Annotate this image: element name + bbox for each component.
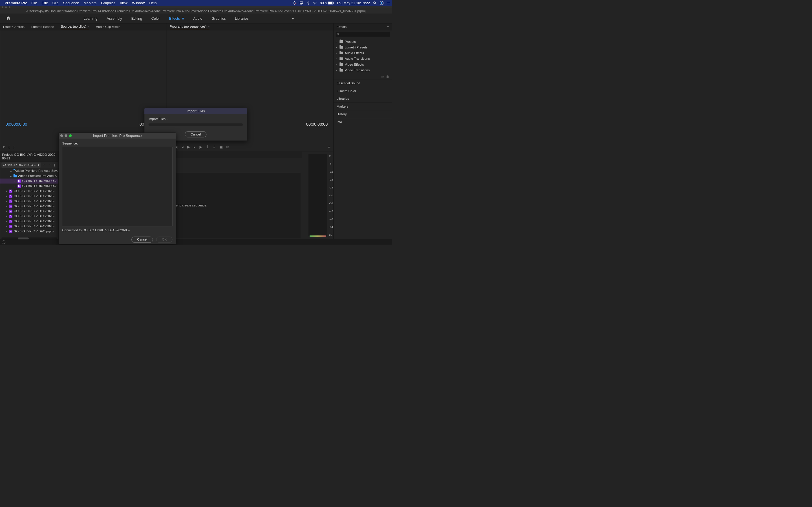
project-item[interactable]: ›PrGO BIG LYRIC VIDEO-2 <box>0 179 58 184</box>
menu-extras-icon[interactable] <box>387 1 391 5</box>
bracket-in-icon[interactable]: { <box>8 145 10 149</box>
project-item[interactable]: ›PrGO BIG LYRIC VIDEO-2020- <box>0 199 58 204</box>
effects-folder-audio-transitions[interactable]: ›Audio Transitions <box>335 56 391 61</box>
chevron-icon[interactable]: › <box>5 219 8 223</box>
new-bin-icon[interactable]: ▭ <box>380 75 384 78</box>
chevron-icon[interactable]: ⌄ <box>10 169 12 173</box>
project-item[interactable]: ›PrGO BIG LYRIC VIDEO-2020- <box>0 209 58 214</box>
minimize-icon[interactable] <box>64 134 67 137</box>
panel-tab-libraries[interactable]: Libraries <box>334 95 392 103</box>
nav-up-icon[interactable]: [ <box>54 163 56 167</box>
project-item[interactable]: ›PrGO BIG LYRIC VIDEO-2020- <box>0 189 58 194</box>
cancel-button[interactable]: Cancel <box>132 237 153 242</box>
workspace-effects[interactable]: Effects ≡ <box>168 16 185 22</box>
home-icon[interactable] <box>3 16 14 21</box>
frame-back-icon[interactable]: ◂ <box>182 145 183 149</box>
tab-program[interactable]: Program: (no sequences)≡ <box>170 24 209 29</box>
workspace-assembly[interactable]: Assembly <box>106 16 122 22</box>
chevron-icon[interactable]: › <box>5 230 8 233</box>
workspace-color[interactable]: Color <box>151 16 160 22</box>
project-item[interactable]: ›PrGO BIG LYRIC VIDEO-2020- <box>0 204 58 209</box>
source-timecode-in[interactable]: 00;00;00;00 <box>6 122 28 126</box>
tab-source-no-clips-[interactable]: Source: (no clips)≡ <box>61 24 89 29</box>
workspace-libraries[interactable]: Libraries <box>234 16 249 22</box>
chevron-icon[interactable]: › <box>5 189 8 193</box>
close-dot[interactable] <box>2 6 3 8</box>
project-bin-dropdown[interactable]: GO BIG LYRIC VIDEO-...▾ <box>1 163 40 168</box>
panel-menu-icon[interactable]: ≡ <box>208 25 209 28</box>
chevron-icon[interactable]: › <box>14 184 16 188</box>
delete-icon[interactable]: 🗑 <box>386 75 389 78</box>
tab-effect-controls[interactable]: Effect Controls <box>3 25 24 29</box>
close-icon[interactable] <box>60 134 63 137</box>
menu-sequence[interactable]: Sequence <box>63 1 79 5</box>
workspace-learning[interactable]: Learning <box>83 16 98 22</box>
chevron-icon[interactable]: › <box>5 214 8 218</box>
project-item[interactable]: ›PrGO BIG LYRIC VIDEO-2020- <box>0 214 58 219</box>
chevron-icon[interactable]: › <box>5 209 8 213</box>
menu-edit[interactable]: Edit <box>42 1 48 5</box>
menu-clip[interactable]: Clip <box>52 1 59 5</box>
siri-icon[interactable] <box>380 1 384 5</box>
nav-back-icon[interactable]: ← <box>42 163 46 167</box>
project-item[interactable]: ›PrGO BIG LYRIC VIDEO-2020- <box>0 193 58 199</box>
clock[interactable]: Thu May 21 10:19:22 <box>336 1 370 5</box>
workspace-graphics[interactable]: Graphics <box>211 16 226 22</box>
chevron-icon[interactable]: › <box>5 194 8 198</box>
workspace-editing[interactable]: Editing <box>131 16 143 22</box>
step-fwd-icon[interactable]: |▸ <box>199 145 202 149</box>
project-item[interactable]: ›PrGO BIG LYRIC VIDEO-2 <box>0 184 58 189</box>
menu-markers[interactable]: Markers <box>84 1 96 5</box>
chevron-icon[interactable]: › <box>14 179 16 183</box>
export-frame-icon[interactable]: ▣ <box>219 145 223 149</box>
project-item[interactable]: ›PrGO BIG LYRIC VIDEO.prpro <box>0 229 58 234</box>
panel-tab-history[interactable]: History <box>334 110 392 118</box>
menu-graphics[interactable]: Graphics <box>101 1 115 5</box>
zoom-dot[interactable] <box>9 6 10 8</box>
zoom-icon[interactable] <box>69 134 72 137</box>
airplay-icon[interactable] <box>299 1 303 5</box>
effects-folder-lumetri-presets[interactable]: ›Lumetri Presets <box>335 45 391 50</box>
effects-folder-video-effects[interactable]: ›Video Effects <box>335 62 391 67</box>
comparison-icon[interactable]: ⧉ <box>226 145 229 149</box>
chevron-icon[interactable]: › <box>5 204 8 208</box>
project-item[interactable]: ⌄Adobe Premiere Pro Auto-Save <box>0 168 58 173</box>
project-item[interactable]: ›PrGO BIG LYRIC VIDEO-2020- <box>0 224 58 229</box>
project-item[interactable]: ⌄Adobe Premiere Pro Auto-S <box>0 173 58 179</box>
effects-folder-audio-effects[interactable]: ›Audio Effects <box>335 50 391 56</box>
dnd-icon[interactable] <box>293 1 297 5</box>
workspace-menu-icon[interactable]: ≡ <box>181 16 184 20</box>
menu-view[interactable]: View <box>120 1 128 5</box>
h-scrollbar[interactable] <box>1 237 57 239</box>
effects-panel-title[interactable]: Effects <box>337 25 347 29</box>
workspace-overflow-icon[interactable]: » <box>292 16 294 20</box>
project-header[interactable]: Project: GO BIG LYRIC VIDEO-2020-05-21 <box>0 151 58 162</box>
frame-fwd-icon[interactable]: ▸ <box>194 145 195 149</box>
nav-forward-icon[interactable]: → <box>48 163 52 167</box>
spotlight-icon[interactable] <box>373 1 377 5</box>
effects-folder-presets[interactable]: ›Presets <box>335 39 391 45</box>
panel-tab-info[interactable]: Info <box>334 118 392 126</box>
chevron-icon[interactable]: › <box>5 224 8 228</box>
tab-audio-clip-mixer[interactable]: Audio Clip Mixer <box>96 25 119 29</box>
sequence-list[interactable] <box>62 147 172 226</box>
panel-tab-lumetri-color[interactable]: Lumetri Color <box>334 87 392 95</box>
creative-cloud-icon[interactable] <box>2 240 6 244</box>
panel-menu-icon[interactable]: ≡ <box>88 25 89 28</box>
panel-tab-essential-sound[interactable]: Essential Sound <box>334 79 392 87</box>
panel-tab-markers[interactable]: Markers <box>334 103 392 110</box>
menu-help[interactable]: Help <box>149 1 157 5</box>
effects-folder-video-transitions[interactable]: ›Video Transitions <box>335 67 391 73</box>
cancel-button[interactable]: Cancel <box>185 131 207 137</box>
bracket-out-icon[interactable]: } <box>13 145 15 149</box>
minimize-dot[interactable] <box>5 6 7 8</box>
chevron-icon[interactable]: › <box>5 200 8 203</box>
panel-menu-icon[interactable]: ≡ <box>387 25 389 29</box>
project-item[interactable]: ›PrGO BIG LYRIC VIDEO-2020- <box>0 219 58 224</box>
battery-status[interactable]: 80% <box>320 1 333 5</box>
wifi-icon[interactable] <box>313 1 317 5</box>
workspace-audio[interactable]: Audio <box>193 16 203 22</box>
mark-in-icon[interactable]: ▾ <box>3 145 4 149</box>
menu-file[interactable]: File <box>31 1 37 5</box>
extract-icon[interactable]: ⤓ <box>213 145 216 149</box>
